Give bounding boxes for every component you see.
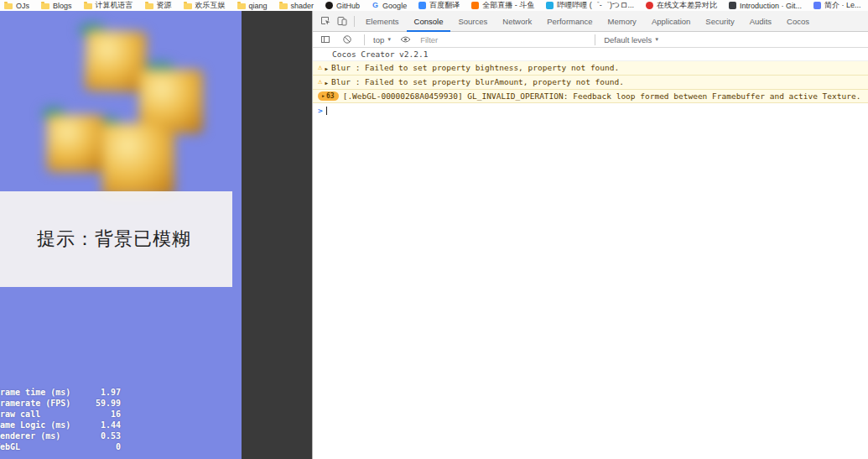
profiler-stat-row: Frame time (ms)1.97 (0, 387, 121, 398)
repeat-count-badge: ▶63 (318, 91, 339, 101)
tab-elements[interactable]: Elements (358, 11, 407, 31)
blurred-tile (47, 115, 104, 172)
folder-icon (41, 3, 49, 9)
bookmark-item[interactable]: 哔哩哔哩 (゜-゜)つロ... (546, 0, 634, 11)
chevron-down-icon: ▼ (654, 37, 659, 42)
tab-sources[interactable]: Sources (450, 11, 495, 31)
console-message[interactable]: ▶63[.WebGL-00000268A0459930] GL_INVALID_… (313, 90, 868, 103)
bookmark-item[interactable]: 欢乐互娱 (184, 0, 226, 11)
tab-cocos[interactable]: Cocos (779, 11, 817, 31)
bookmark-label: Introduction · Git... (740, 2, 802, 10)
bookmark-item[interactable]: GGoogle (372, 2, 407, 10)
tab-security[interactable]: Security (698, 11, 741, 31)
console-sidebar-icon[interactable] (317, 32, 334, 47)
divider (595, 34, 595, 45)
bookmark-item[interactable]: 全部直播 - 斗鱼 (471, 0, 534, 11)
blurred-background-sprites (42, 21, 214, 204)
game-canvas[interactable]: 提示：背景已模糊 Frame time (ms)1.97Framerate (F… (0, 11, 242, 459)
profiler-stat-label: Renderer (ms) (0, 430, 60, 441)
tab-memory[interactable]: Memory (600, 11, 644, 31)
log-levels-dropdown[interactable]: Default levels ▼ (604, 35, 659, 44)
browser-window: OJsBlogs计算机语言资源欢乐互娱qiangshaderGitHubGGoo… (0, 0, 868, 459)
bookmark-label: 哔哩哔哩 (゜-゜)つロ... (557, 0, 634, 11)
bookmark-label: GitHub (336, 2, 360, 10)
bilibili-icon (546, 2, 554, 9)
bookmark-label: 资源 (157, 0, 172, 11)
folder-icon (184, 3, 192, 9)
toggle-device-toolbar-icon[interactable] (334, 13, 351, 29)
execution-context-selector[interactable]: top ▼ (373, 35, 392, 44)
tab-network[interactable]: Network (495, 11, 539, 31)
console-toolbar: top ▼ Default levels ▼ (313, 32, 868, 48)
expand-arrow-icon[interactable]: ▶ (325, 78, 328, 87)
bookmark-label: Google (382, 2, 407, 10)
clear-console-icon[interactable] (339, 32, 356, 47)
folder-icon (279, 3, 288, 9)
console-prompt[interactable]: > (313, 103, 868, 117)
console-message-text: Blur : Failed to set property blurAmount… (331, 77, 624, 86)
profiler-stats: Frame time (ms)1.97Framerate (FPS)59.99D… (0, 387, 121, 452)
bookmark-label: 全部直播 - 斗鱼 (482, 0, 534, 11)
bookmark-item[interactable]: shader (279, 2, 314, 10)
profiler-stat-value: 0 (116, 441, 121, 452)
profiler-stat-label: Game Logic (ms) (0, 420, 70, 430)
blurred-tile (85, 30, 147, 92)
chevron-down-icon: ▼ (387, 37, 392, 42)
bookmark-item[interactable]: GitHub (325, 2, 360, 10)
bookmark-item[interactable]: Blogs (41, 2, 72, 10)
baidu-translate-icon (418, 2, 426, 9)
folder-icon (4, 3, 13, 9)
bookmark-item[interactable]: OJs (4, 2, 29, 10)
bookmark-item[interactable]: 资源 (145, 0, 172, 11)
console-message[interactable]: ⚠▶Blur : Failed to set property bightnes… (313, 61, 868, 76)
hint-dialog: 提示：背景已模糊 (0, 191, 232, 287)
bookmark-label: shader (291, 2, 314, 10)
bookmark-item[interactable]: 计算机语言 (84, 0, 133, 11)
console-message[interactable]: ⚠▶Blur : Failed to set property blurAmou… (313, 76, 868, 90)
douyu-icon (471, 2, 479, 9)
live-expression-eye-icon[interactable] (397, 32, 413, 47)
divider (364, 34, 365, 45)
profiler-stat-label: Frame time (ms) (0, 387, 70, 398)
bookmark-item[interactable]: 百度翻译 (418, 0, 460, 11)
profiler-stat-row: Renderer (ms)0.53 (0, 430, 121, 441)
content-area: 提示：背景已模糊 Frame time (ms)1.97Framerate (F… (0, 11, 868, 459)
hint-text: 提示：背景已模糊 (37, 227, 191, 252)
bookmark-item[interactable]: 简介 · Le... (813, 0, 861, 11)
bookmark-item[interactable]: Introduction · Git... (729, 2, 802, 10)
profiler-stat-value: 59.99 (96, 398, 121, 409)
inspect-element-icon[interactable] (317, 13, 334, 29)
profiler-stat-row: WebGL0 (0, 441, 121, 452)
levels-label: Default levels (604, 35, 652, 44)
bookmark-label: OJs (16, 2, 29, 10)
profiler-stat-label: WebGL (0, 441, 20, 452)
page-background (242, 11, 312, 459)
google-icon: G (372, 2, 379, 9)
tab-performance[interactable]: Performance (539, 11, 600, 31)
console-messages: Cocos Creator v2.2.1⚠▶Blur : Failed to s… (313, 48, 868, 103)
learn-doc-icon (813, 2, 821, 9)
bookmark-label: 百度翻译 (429, 0, 460, 11)
github-icon (325, 2, 333, 9)
console-message[interactable]: Cocos Creator v2.2.1 (313, 48, 868, 61)
console-filter-input[interactable] (418, 34, 586, 45)
bookmarks-bar: OJsBlogs计算机语言资源欢乐互娱qiangshaderGitHubGGoo… (0, 0, 868, 11)
text-diff-icon (646, 2, 653, 9)
warning-icon: ⚠ (318, 77, 322, 86)
text-caret (326, 107, 327, 115)
bookmark-label: 简介 · Le... (824, 0, 861, 11)
devtools-tab-bar: ElementsConsoleSourcesNetworkPerformance… (313, 11, 868, 32)
tab-audits[interactable]: Audits (742, 11, 779, 31)
profiler-stat-label: Framerate (FPS) (0, 398, 70, 409)
profiler-stat-label: Draw call (0, 409, 40, 420)
profiler-stat-value: 1.97 (101, 387, 121, 398)
folder-icon (84, 3, 92, 9)
expand-arrow-icon: ▶ (322, 91, 325, 101)
tab-console[interactable]: Console (407, 11, 451, 31)
expand-arrow-icon[interactable]: ▶ (325, 64, 328, 73)
tab-application[interactable]: Application (644, 11, 698, 31)
bookmark-item[interactable]: qiang (237, 2, 268, 10)
bookmark-label: 在线文本差异对比 (657, 0, 717, 11)
bookmark-item[interactable]: 在线文本差异对比 (646, 0, 717, 11)
console-message-text: Cocos Creator v2.2.1 (332, 50, 428, 59)
